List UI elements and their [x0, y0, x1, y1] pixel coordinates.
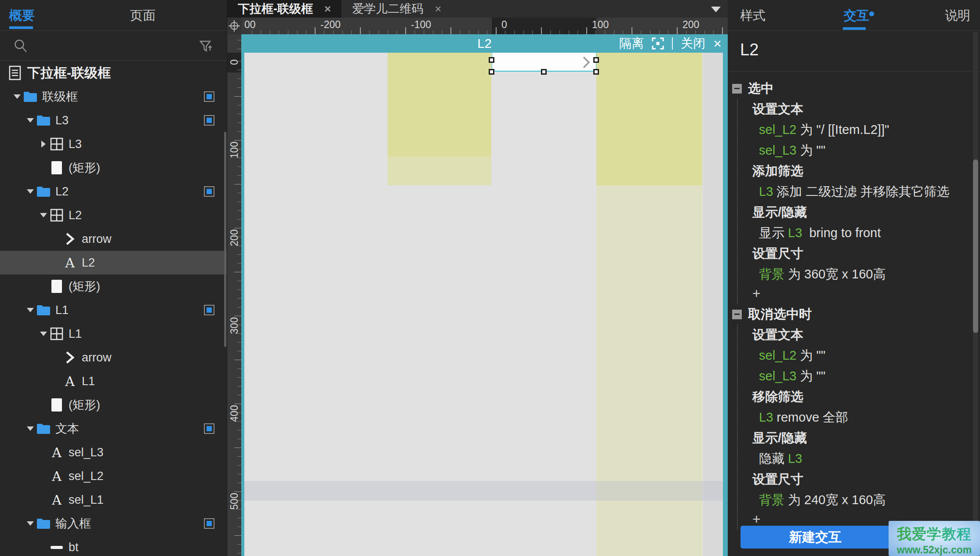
tree-row-文本[interactable]: 文本	[0, 417, 227, 440]
doc-tab-other[interactable]: 爱学儿二维码 ×	[341, 0, 452, 18]
tree-row-label: (矩形)	[69, 397, 100, 413]
resize-handle-left[interactable]	[489, 57, 494, 63]
isolate-icon[interactable]	[652, 37, 664, 50]
outline-tree: 下拉框-联级框 联级框L3L3(矩形)L2L2arrowAL2(矩形)L1L1a…	[0, 61, 227, 556]
group-toggle-icon[interactable]	[204, 186, 214, 197]
action-type-label[interactable]: 设置尺寸	[738, 243, 980, 264]
event-header-取消选中时[interactable]: 取消选中时	[728, 304, 980, 325]
sidebar-tab-bar: 概要 页面	[0, 0, 227, 31]
action-row[interactable]: sel_L3 为 ""	[738, 366, 980, 386]
tree-row-L2[interactable]: L2	[0, 180, 227, 203]
action-type-label[interactable]: 设置尺寸	[738, 469, 980, 490]
search-icon[interactable]	[13, 39, 28, 54]
caret-down-icon[interactable]	[25, 426, 36, 431]
action-type-label[interactable]: 添加筛选	[738, 161, 980, 181]
action-type-label[interactable]: 显示/隐藏	[738, 428, 980, 448]
resize-handle-bottom-left[interactable]	[489, 69, 494, 75]
action-type-label[interactable]: 显示/隐藏	[738, 202, 980, 223]
target-widget-name: L3	[759, 410, 773, 424]
action-row[interactable]: L3 添加 二级过滤 并移除其它筛选	[738, 181, 980, 202]
tab-style[interactable]: 样式	[740, 0, 766, 31]
tree-row-L2[interactable]: AL2	[0, 251, 227, 274]
action-text: 为 240宽 x 160高	[784, 493, 886, 507]
action-row[interactable]: sel_L2 为 ""	[738, 345, 980, 366]
collapse-icon[interactable]	[732, 84, 742, 94]
inspector-scrollbar-thumb[interactable]	[973, 159, 978, 333]
folder-icon	[36, 422, 51, 435]
tree-row-L2[interactable]: L2	[0, 203, 227, 227]
action-text: 为 ""	[796, 369, 825, 383]
tree-row-输入框[interactable]: 输入框	[0, 512, 227, 535]
group-toggle-icon[interactable]	[204, 91, 214, 102]
caret-down-icon[interactable]	[25, 308, 36, 312]
collapse-icon[interactable]	[732, 310, 742, 319]
action-row[interactable]: 背景 为 240宽 x 160高	[738, 490, 980, 510]
action-row[interactable]: 隐藏 L3	[738, 448, 980, 469]
target-widget-name: 背景	[759, 267, 784, 281]
tree-row-(矩形)[interactable]: (矩形)	[0, 274, 227, 298]
tab-interactions[interactable]: 交互	[844, 0, 869, 31]
close-tab-icon[interactable]: ×	[324, 2, 331, 16]
doc-tab-current[interactable]: 下拉框-联级框 ×	[227, 0, 341, 18]
group-toggle-icon[interactable]	[204, 423, 214, 434]
new-interaction-button[interactable]: 新建交互	[740, 526, 890, 549]
resize-handle-bottom[interactable]	[541, 69, 547, 75]
tree-row-联级框[interactable]: 联级框	[0, 85, 227, 108]
action-type-label[interactable]: 设置文本	[738, 99, 980, 119]
tree-row-L1[interactable]: L1	[0, 298, 227, 322]
action-row[interactable]: sel_L3 为 ""	[738, 140, 980, 161]
tree-row-label: sel_L2	[69, 469, 104, 483]
tree-row-sel_L3[interactable]: Asel_L3	[0, 440, 227, 464]
group-toggle-icon[interactable]	[204, 115, 214, 126]
interactions-dot-icon	[869, 11, 874, 16]
tab-notes[interactable]: 说明	[945, 0, 970, 31]
tree-row-bt[interactable]: bt	[0, 535, 227, 556]
event-header-选中[interactable]: 选中	[728, 78, 980, 99]
add-action-button[interactable]: +	[738, 285, 980, 304]
tree-row-label: arrow	[82, 351, 112, 365]
caret-down-icon[interactable]	[25, 521, 36, 526]
tree-row-arrow[interactable]: arrow	[0, 346, 227, 369]
row-band[interactable]	[244, 481, 723, 501]
caret-down-icon[interactable]	[25, 189, 36, 194]
caret-down-icon[interactable]	[38, 332, 49, 336]
repeater-column-mid-footer[interactable]	[388, 157, 491, 185]
caret-down-icon[interactable]	[38, 213, 49, 217]
action-row[interactable]: 背景 为 360宽 x 160高	[738, 264, 980, 285]
group-toggle-icon[interactable]	[204, 305, 214, 315]
action-type-label[interactable]: 移除筛选	[738, 386, 980, 407]
tree-row-arrow[interactable]: arrow	[0, 227, 227, 251]
close-isolation-icon[interactable]: ×	[713, 36, 722, 51]
close-tab-icon[interactable]: ×	[435, 2, 441, 16]
selected-widget-name: L2	[740, 40, 759, 59]
tree-row-L1[interactable]: AL1	[0, 369, 227, 393]
tree-row-sel_L1[interactable]: Asel_L1	[0, 488, 227, 512]
resize-handle-bottom-right[interactable]	[593, 69, 599, 75]
filter-icon[interactable]	[199, 39, 214, 54]
tab-list-dropdown-icon[interactable]	[711, 7, 721, 12]
action-row[interactable]: sel_L2 为 "/ [[Item.L2]]"	[738, 119, 980, 140]
tree-row-L3[interactable]: L3	[0, 108, 227, 132]
ruler-label: 00	[244, 19, 256, 31]
outline-page-row[interactable]: 下拉框-联级框	[0, 61, 227, 85]
action-type-label[interactable]: 设置文本	[738, 325, 980, 345]
caret-down-icon[interactable]	[11, 94, 23, 99]
action-row[interactable]: L3 remove 全部	[738, 407, 980, 428]
isolate-label[interactable]: 隔离	[619, 35, 644, 52]
repeater-column-right[interactable]	[596, 53, 702, 185]
resize-handle-right[interactable]	[593, 57, 599, 63]
tree-row-(矩形)[interactable]: (矩形)	[0, 393, 227, 417]
tab-pages[interactable]: 页面	[130, 0, 156, 31]
tree-row-L1[interactable]: L1	[0, 322, 227, 346]
group-toggle-icon[interactable]	[204, 518, 214, 529]
caret-down-icon[interactable]	[25, 118, 36, 123]
action-row[interactable]: 显示 L3 bring to front	[738, 223, 980, 243]
tree-row-(矩形)[interactable]: (矩形)	[0, 156, 227, 180]
repeater-column-mid[interactable]	[388, 53, 491, 157]
sidebar-scrollbar[interactable]	[224, 132, 226, 347]
caret-right-icon[interactable]	[38, 141, 49, 148]
close-isolation-label[interactable]: 关闭	[681, 35, 705, 52]
ruler-origin-icon[interactable]	[227, 18, 241, 34]
tree-row-L3[interactable]: L3	[0, 132, 227, 156]
tree-row-sel_L2[interactable]: Asel_L2	[0, 464, 227, 488]
